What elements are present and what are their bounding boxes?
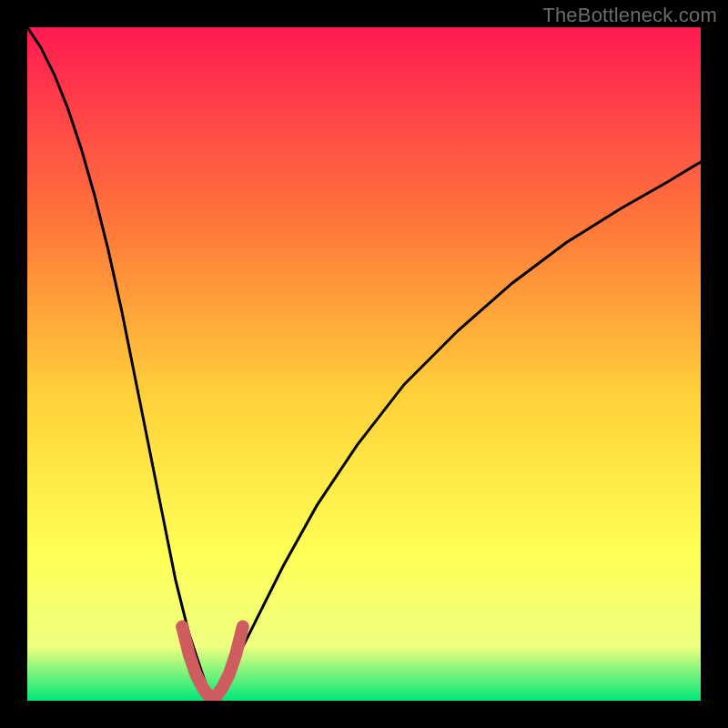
curve-right-path — [213, 162, 702, 701]
chart-frame: TheBottleneck.com — [0, 0, 728, 728]
watermark-text: TheBottleneck.com — [542, 4, 717, 27]
bottleneck-curve — [27, 27, 701, 701]
plot-area — [27, 27, 701, 701]
optimal-marker-path — [182, 627, 243, 701]
curve-left-path — [27, 27, 213, 701]
